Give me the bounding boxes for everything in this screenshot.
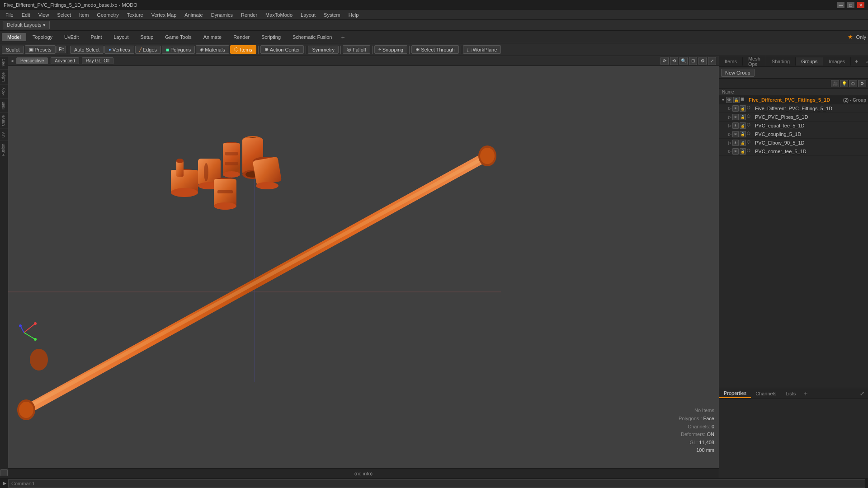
new-group-button[interactable]: New Group [721,69,755,77]
perspective-button[interactable]: Perspective [16,57,48,64]
viewport-icon-1[interactable]: ⟳ [660,57,669,65]
item3-lock-button[interactable]: 🔓 [740,122,746,129]
fit-button[interactable]: Fit [57,46,66,53]
right-tab-mesh-ops[interactable]: Mesh Ops [743,55,766,68]
snapping-button[interactable]: ⌖ Snapping [374,45,408,54]
right-tab-groups[interactable]: Groups [796,57,823,66]
tab-layout[interactable]: Layout [108,33,134,41]
right-tab-items[interactable]: Items [719,57,743,66]
left-tab-item[interactable]: Item [0,99,8,113]
tab-paint[interactable]: Paint [85,33,107,41]
left-tab-fusion[interactable]: Fusion [0,141,8,159]
viewport-icon-2[interactable]: ⟲ [670,57,678,65]
minimize-button[interactable]: — [837,2,844,8]
br-panel-expand[interactable]: ⤢ [856,389,868,398]
tab-game-tools[interactable]: Game Tools [160,33,197,41]
br-tab-properties[interactable]: Properties [719,389,751,398]
tab-scripting[interactable]: Scripting [256,33,286,41]
list-item-5[interactable]: ▷ 👁 🔓 ⬡ PVC_Elbow_90_5_1D [719,139,868,147]
polygons-button[interactable]: ◼ Polygons [162,46,195,54]
item4-visibility-button[interactable]: 👁 [732,131,739,137]
br-tab-channels[interactable]: Channels [751,389,781,398]
right-tab-images[interactable]: Images [823,57,851,66]
list-item-4[interactable]: ▷ 👁 🔓 ⬡ PVC_coupling_5_1D [719,130,868,139]
menu-item[interactable]: Item [75,11,92,19]
menu-edit[interactable]: Edit [18,11,34,19]
right-icon-settings[interactable]: ⚙ [858,80,866,87]
group-lock-button[interactable]: 🔓 [733,97,740,103]
left-tab-uv[interactable]: UV [0,129,8,141]
add-tab-button[interactable]: + [338,33,347,42]
action-center-button[interactable]: ⊕ Action Center [260,45,304,54]
left-panel-expand[interactable] [0,469,8,476]
edges-button[interactable]: ╱ Edges [135,46,161,54]
close-button[interactable]: ✕ [857,2,864,8]
tab-uvedit[interactable]: UvEdit [59,33,84,41]
viewport-canvas[interactable]: No Items Polygons : Face Channels: 0 Def… [8,66,719,468]
br-tab-lists[interactable]: Lists [781,389,801,398]
menu-vertex-map[interactable]: Vertex Map [148,11,180,19]
menu-maxtomodo[interactable]: MaxToModo [262,11,296,19]
add-right-tab-button[interactable]: + [851,56,862,66]
tab-animate[interactable]: Animate [198,33,227,41]
left-tab-edge[interactable]: Edge [0,69,8,84]
right-tab-shading[interactable]: Shading [766,57,796,66]
item1-visibility-button[interactable]: 👁 [732,105,739,112]
menu-file[interactable]: File [2,11,17,19]
presets-button[interactable]: ▣ Presets [25,45,56,54]
sculpt-button[interactable]: Sculpt [2,46,24,54]
menu-view[interactable]: View [35,11,53,19]
item4-lock-button[interactable]: 🔓 [740,131,746,137]
right-icon-camera[interactable]: 🎥 [831,80,839,87]
tab-render[interactable]: Render [228,33,255,41]
tab-setup[interactable]: Setup [135,33,159,41]
item3-visibility-button[interactable]: 👁 [732,122,739,129]
item6-visibility-button[interactable]: 👁 [732,148,739,155]
item5-visibility-button[interactable]: 👁 [732,140,739,146]
menu-render[interactable]: Render [237,11,261,19]
menu-geometry[interactable]: Geometry [93,11,122,19]
list-item-2[interactable]: ▷ 👁 🔓 ⬡ PVC_PVC_Pipes_5_1D [719,113,868,122]
left-tab-poly[interactable]: Poly [0,84,8,99]
symmetry-button[interactable]: Symmetry [308,46,339,54]
menu-help[interactable]: Help [345,11,363,19]
auto-select-button[interactable]: Auto Select [70,46,104,54]
item6-lock-button[interactable]: 🔓 [740,148,746,155]
right-icon-light[interactable]: 💡 [840,80,848,87]
tab-topology[interactable]: Topology [27,33,58,41]
item2-lock-button[interactable]: 🔓 [740,114,746,120]
tab-schematic-fusion[interactable]: Schematic Fusion [287,33,337,41]
list-item-6[interactable]: ▷ 👁 🔓 ⬡ PVC_corner_tee_5_1D [719,147,868,156]
list-item-1[interactable]: ▷ 👁 🔓 ⬡ Five_Different_PVC_Fittings_5_1D [719,104,868,113]
item5-lock-button[interactable]: 🔓 [740,140,746,146]
viewport-expand[interactable]: ⤢ [708,57,716,65]
right-panel-expand[interactable]: ⤢ [862,57,868,66]
viewport-icon-3[interactable]: ⊡ [689,57,697,65]
menu-dynamics[interactable]: Dynamics [208,11,236,19]
right-icon-mesh[interactable]: ⬡ [849,80,857,87]
viewport-collapse-icon[interactable]: ◂ [11,58,14,64]
maximize-button[interactable]: □ [847,2,854,8]
items-list[interactable]: ▼ 👁 🔓 ▣ Five_Different_PVC_Fittings_5_1D… [719,96,868,388]
select-through-button[interactable]: ⊞ Select Through [411,45,458,54]
add-br-tab-button[interactable]: + [800,389,811,399]
materials-button[interactable]: ◈ Materials [196,45,229,54]
items-button[interactable]: ⬡ Items [230,45,256,54]
workplane-button[interactable]: ⬚ WorkPlane [463,45,501,54]
group-row-main[interactable]: ▼ 👁 🔓 ▣ Five_Different_PVC_Fittings_5_1D… [719,96,868,104]
menu-select[interactable]: Select [53,11,75,19]
raygl-button[interactable]: Ray GL: Off [82,57,114,64]
default-layouts-button[interactable]: Default Layouts ▾ [3,21,50,29]
left-tab-vert[interactable]: Vert [0,56,8,69]
falloff-button[interactable]: ◎ Falloff [343,45,370,54]
list-item-3[interactable]: ▷ 👁 🔓 ⬡ PVC_equal_tee_5_1D [719,122,868,130]
viewport-zoom-in[interactable]: 🔍 [679,57,688,65]
command-input[interactable] [8,479,865,488]
menu-texture[interactable]: Texture [123,11,147,19]
menu-system[interactable]: System [320,11,344,19]
left-tab-curve[interactable]: Curve [0,112,8,129]
menu-animate[interactable]: Animate [181,11,206,19]
tab-model[interactable]: Model [2,33,26,41]
viewport-icon-4[interactable]: ⚙ [698,57,707,65]
menu-layout[interactable]: Layout [297,11,319,19]
